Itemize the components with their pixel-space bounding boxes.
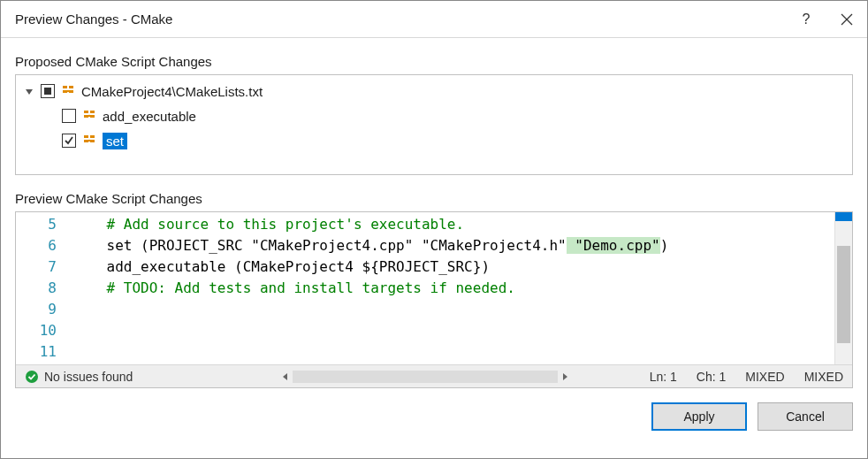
tree-item-label-selected: set — [103, 133, 127, 149]
line-number: 6 — [16, 235, 57, 256]
line-number: 10 — [16, 320, 57, 341]
horizontal-scrollbar[interactable] — [226, 370, 625, 384]
line-number: 7 — [16, 256, 57, 278]
scrollbar-thumb[interactable] — [837, 246, 850, 343]
checkbox-unchecked[interactable] — [62, 109, 76, 123]
apply-button[interactable]: Apply — [651, 402, 747, 431]
diff-insert: "Demo.cpp" — [567, 237, 660, 254]
tree-row-item[interactable]: add_executable — [16, 103, 852, 128]
code-body[interactable]: # Add source to this project's executabl… — [72, 212, 834, 364]
code-line: # TODO: Add tests and install targets if… — [72, 278, 834, 299]
scroll-left-icon[interactable] — [278, 370, 293, 384]
tree-row-item[interactable]: set — [16, 128, 852, 153]
status-encoding[interactable]: MIXED — [745, 370, 784, 384]
scroll-overview-marker — [835, 212, 852, 221]
svg-point-5 — [26, 371, 38, 383]
tree-item-label: add_executable — [103, 109, 196, 124]
checkbox-checked[interactable] — [62, 134, 76, 148]
preview-section-label: Preview CMake Script Changes — [1, 175, 867, 211]
titlebar: Preview Changes - CMake ? — [1, 1, 867, 38]
code-line: set (PROJECT_SRC "CMakeProject4.cpp" "CM… — [72, 235, 834, 256]
line-gutter: 5 6 7 8 9 10 11 — [16, 212, 72, 364]
svg-point-4 — [88, 140, 90, 142]
vertical-scrollbar[interactable] — [834, 212, 852, 364]
help-button[interactable]: ? — [786, 1, 826, 38]
line-number: 5 — [16, 214, 57, 235]
ok-check-icon — [25, 370, 39, 384]
cmake-icon — [81, 133, 97, 149]
line-number: 11 — [16, 341, 57, 363]
expander-icon[interactable] — [23, 85, 35, 97]
scroll-right-icon[interactable] — [558, 370, 572, 384]
cmake-icon — [81, 108, 97, 124]
status-ln[interactable]: Ln: 1 — [650, 370, 677, 384]
scrollbar-track[interactable] — [293, 371, 558, 383]
close-button[interactable] — [826, 1, 867, 38]
code-line: # Add source to this project's executabl… — [72, 214, 834, 235]
status-issues-text: No issues found — [44, 370, 133, 384]
tree-root-label: CMakeProject4\CMakeLists.txt — [81, 84, 263, 99]
dialog-buttons: Apply Cancel — [1, 388, 867, 445]
line-number: 9 — [16, 299, 57, 320]
proposed-section-label: Proposed CMake Script Changes — [1, 38, 867, 74]
status-ch[interactable]: Ch: 1 — [697, 370, 726, 384]
cancel-button[interactable]: Cancel — [758, 402, 853, 431]
window-title: Preview Changes - CMake — [15, 11, 786, 27]
code-area[interactable]: 5 6 7 8 9 10 11 # Add source to this pro… — [16, 212, 852, 364]
editor-statusbar: No issues found Ln: 1 Ch: 1 MIXED MIXED — [16, 364, 852, 387]
checkbox-tristate[interactable] — [41, 84, 55, 98]
code-line: add_executable (CMakeProject4 ${PROJECT_… — [72, 256, 834, 278]
close-icon — [841, 13, 853, 26]
line-number: 8 — [16, 278, 57, 299]
svg-point-2 — [67, 90, 69, 92]
tree-row-root[interactable]: CMakeProject4\CMakeLists.txt — [16, 79, 852, 103]
code-preview: 5 6 7 8 9 10 11 # Add source to this pro… — [15, 211, 853, 388]
changes-tree[interactable]: CMakeProject4\CMakeLists.txt add_executa… — [15, 74, 853, 175]
svg-point-3 — [88, 115, 90, 117]
cmake-icon — [60, 83, 76, 99]
status-issues[interactable]: No issues found — [25, 370, 219, 384]
status-lineending[interactable]: MIXED — [804, 370, 843, 384]
